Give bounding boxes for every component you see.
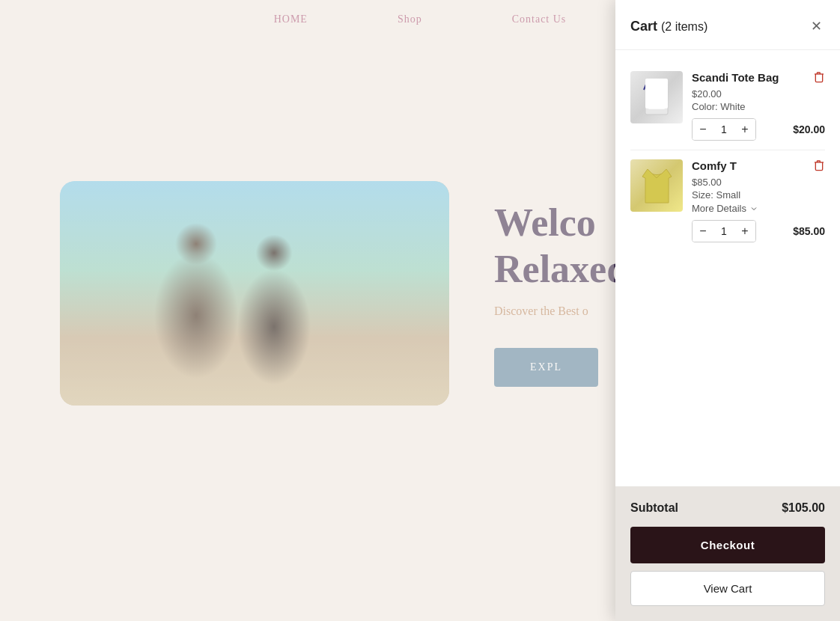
qty-row-tote: − 1 + $20.00 [692, 118, 825, 141]
qty-value-tote: 1 [713, 123, 734, 135]
delete-coat-button[interactable] [813, 159, 825, 174]
qty-control-coat: − 1 + [692, 220, 756, 242]
qty-value-coat: 1 [713, 225, 734, 237]
svg-rect-5 [648, 88, 665, 109]
item-name-coat: Comfy T [692, 159, 737, 172]
qty-decrease-coat[interactable]: − [693, 221, 713, 242]
cart-title: Cart (2 items) [630, 19, 707, 34]
qty-control-tote: − 1 + [692, 118, 756, 141]
qty-increase-tote[interactable]: + [734, 119, 755, 140]
chevron-down-more-icon [749, 204, 758, 213]
qty-increase-coat[interactable]: + [734, 221, 755, 242]
item-image-tote [630, 71, 683, 123]
subtotal-row: Subtotal $105.00 [630, 501, 825, 515]
item-name-tote: Scandi Tote Bag [692, 71, 779, 84]
svg-rect-4 [645, 86, 668, 114]
item-name-row: Scandi Tote Bag [692, 71, 825, 86]
coat-image [636, 162, 678, 210]
item-total-tote: $20.00 [793, 123, 825, 135]
item-details-coat: Comfy T $85.00 Size: Small More Details [692, 159, 825, 242]
item-size-coat: Size: Small [692, 189, 825, 201]
cart-item-coat: Comfy T $85.00 Size: Small More Details [630, 150, 825, 251]
item-price-coat: $85.00 [692, 177, 825, 188]
cart-items-list: Scandi Tote Bag $20.00 Color: White [615, 50, 840, 486]
subtotal-value: $105.00 [782, 501, 825, 515]
cart-panel: Cart (2 items) ✕ Scandi Tote Bag [615, 0, 840, 621]
cart-header: Cart (2 items) ✕ [615, 0, 840, 50]
svg-point-6 [647, 79, 651, 83]
tote-bag-image [638, 75, 675, 120]
item-image-coat [630, 159, 683, 212]
item-total-coat: $85.00 [793, 225, 825, 237]
checkout-button[interactable]: Checkout [630, 527, 825, 563]
item-details-tote: Scandi Tote Bag $20.00 Color: White [692, 71, 825, 141]
item-color-tote: Color: White [692, 101, 825, 112]
qty-decrease-tote[interactable]: − [693, 119, 713, 140]
cart-footer: Subtotal $105.00 Checkout View Cart [615, 486, 840, 621]
item-name-row-coat: Comfy T [692, 159, 825, 174]
delete-tote-button[interactable] [813, 71, 825, 86]
delete-icon-coat [813, 159, 825, 171]
item-price-tote: $20.00 [692, 88, 825, 100]
cart-close-button[interactable]: ✕ [808, 15, 825, 37]
cart-overlay[interactable] [0, 0, 614, 621]
subtotal-label: Subtotal [630, 501, 678, 515]
delete-icon [813, 71, 825, 83]
more-details-button[interactable]: More Details [692, 203, 758, 214]
view-cart-button[interactable]: View Cart [630, 571, 825, 606]
cart-item-tote: Scandi Tote Bag $20.00 Color: White [630, 62, 825, 150]
qty-row-coat: − 1 + $85.00 [692, 220, 825, 242]
